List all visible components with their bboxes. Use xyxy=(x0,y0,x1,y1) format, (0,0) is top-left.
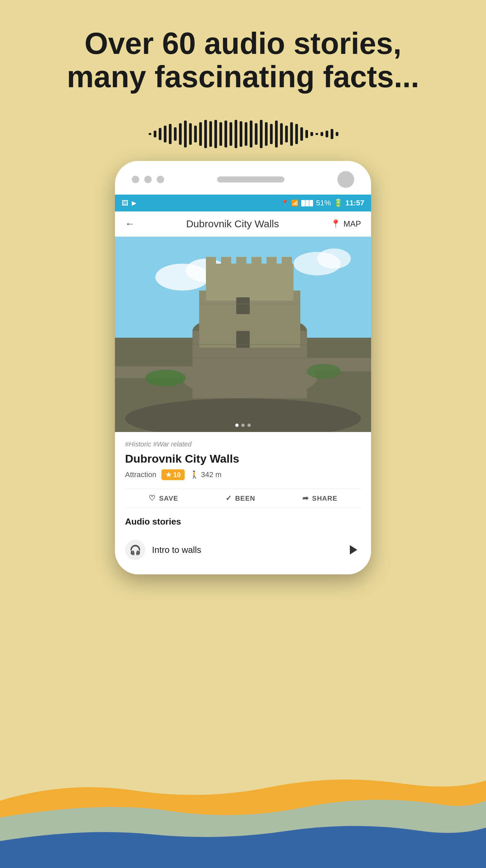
save-button[interactable]: ♡ SAVE xyxy=(149,494,178,503)
phone-mockup: 🖼 ▶ 📍 📶 ▉▉▉ 51% 🔋 11:57 ← Dubrovnik City… xyxy=(0,161,486,575)
svg-rect-61 xyxy=(115,354,193,366)
waveform-svg xyxy=(145,117,341,151)
svg-rect-15 xyxy=(225,121,227,148)
share-label: SHARE xyxy=(312,495,337,502)
headphone-icon: 🎧 xyxy=(125,540,145,560)
svg-rect-11 xyxy=(204,120,207,148)
phone-speaker xyxy=(217,177,284,183)
indicator-dot-2 xyxy=(241,424,245,427)
svg-rect-55 xyxy=(251,257,261,270)
wifi-icon: 📶 xyxy=(291,199,298,207)
svg-rect-8 xyxy=(189,123,192,145)
svg-rect-53 xyxy=(221,257,231,270)
check-icon: ✓ xyxy=(226,494,232,503)
svg-rect-24 xyxy=(270,124,273,144)
svg-rect-37 xyxy=(336,132,338,136)
svg-rect-51 xyxy=(206,264,293,301)
been-button[interactable]: ✓ BEEN xyxy=(226,494,255,503)
svg-rect-16 xyxy=(230,122,232,146)
phone-dots xyxy=(132,176,164,183)
battery-percent: 51% xyxy=(316,199,331,208)
battery-icon: 🔋 xyxy=(334,199,343,208)
svg-rect-13 xyxy=(215,120,217,148)
attraction-meta: Attraction ★ 10 🚶 342 m xyxy=(125,469,361,480)
svg-rect-21 xyxy=(255,123,257,145)
signal-icon: ▉▉▉ xyxy=(301,200,313,207)
svg-rect-30 xyxy=(300,127,303,141)
action-buttons-row: ♡ SAVE ✓ BEEN ➦ SHARE xyxy=(125,489,361,508)
location-icon: 📍 xyxy=(281,199,288,207)
phone-frame: 🖼 ▶ 📍 📶 ▉▉▉ 51% 🔋 11:57 ← Dubrovnik City… xyxy=(115,161,371,575)
status-left-icons: 🖼 ▶ xyxy=(122,199,137,207)
svg-rect-6 xyxy=(179,123,182,145)
attraction-title: Dubrovnik City Walls xyxy=(125,452,361,465)
play-icon: ▶ xyxy=(132,199,137,207)
map-pin-icon: 📍 xyxy=(331,219,341,228)
svg-rect-29 xyxy=(295,124,298,144)
svg-rect-7 xyxy=(184,121,187,148)
svg-rect-19 xyxy=(245,122,247,146)
share-button[interactable]: ➦ SHARE xyxy=(302,494,337,503)
svg-rect-28 xyxy=(290,122,293,146)
back-button[interactable]: ← xyxy=(125,218,135,229)
phone-camera xyxy=(337,171,354,188)
svg-rect-59 xyxy=(236,331,250,348)
audio-section-title: Audio stories xyxy=(125,517,361,527)
image-icon: 🖼 xyxy=(122,199,128,207)
indicator-dot-3 xyxy=(247,424,251,427)
svg-rect-20 xyxy=(250,121,252,148)
svg-rect-56 xyxy=(266,257,277,270)
svg-rect-25 xyxy=(275,121,278,148)
attraction-type: Attraction xyxy=(125,470,156,479)
nav-title: Dubrovnik City Walls xyxy=(186,218,279,229)
audio-item-left: 🎧 Intro to walls xyxy=(125,540,201,560)
svg-rect-17 xyxy=(235,120,237,148)
status-bar: 🖼 ▶ 📍 📶 ▉▉▉ 51% 🔋 11:57 xyxy=(115,195,371,212)
distance-info: 🚶 342 m xyxy=(190,470,222,479)
attraction-image[interactable] xyxy=(115,237,371,432)
audio-item[interactable]: 🎧 Intro to walls xyxy=(125,534,361,566)
rating-value: 10 xyxy=(173,471,181,479)
sensor-dot-2 xyxy=(144,176,152,183)
svg-point-64 xyxy=(307,364,341,379)
play-triangle-icon xyxy=(350,545,357,555)
svg-rect-22 xyxy=(260,120,262,148)
header-section: Over 60 audio stories, many fascinating … xyxy=(0,0,486,107)
been-label: BEEN xyxy=(235,495,255,502)
svg-rect-23 xyxy=(265,122,267,146)
svg-rect-35 xyxy=(325,131,328,137)
svg-rect-1 xyxy=(154,131,156,137)
star-icon: ★ xyxy=(166,471,172,479)
map-button[interactable]: 📍 MAP xyxy=(331,219,361,228)
rating-badge: ★ 10 xyxy=(162,469,185,480)
svg-rect-12 xyxy=(209,121,212,147)
svg-rect-10 xyxy=(199,122,202,146)
attraction-tags: #Historic #War related xyxy=(125,440,361,448)
phone-sensors xyxy=(115,161,371,195)
svg-rect-0 xyxy=(149,133,151,135)
clock: 11:57 xyxy=(345,199,364,208)
svg-rect-57 xyxy=(282,257,292,270)
svg-point-42 xyxy=(317,248,351,269)
indicator-dot-1 xyxy=(235,424,239,427)
svg-point-63 xyxy=(145,370,186,386)
audio-waveform xyxy=(0,114,486,154)
svg-rect-2 xyxy=(159,128,162,140)
svg-rect-4 xyxy=(169,124,172,144)
svg-rect-36 xyxy=(331,129,333,139)
svg-rect-58 xyxy=(236,297,250,314)
audio-item-title: Intro to walls xyxy=(152,545,201,555)
svg-rect-14 xyxy=(220,122,222,146)
navigation-bar: ← Dubrovnik City Walls 📍 MAP xyxy=(115,212,371,237)
map-label: MAP xyxy=(343,219,361,228)
svg-rect-26 xyxy=(280,123,283,145)
header-title: Over 60 audio stories, many fascinating … xyxy=(34,27,452,94)
svg-rect-33 xyxy=(315,133,318,135)
svg-rect-9 xyxy=(194,126,197,143)
svg-rect-3 xyxy=(164,126,167,143)
svg-rect-18 xyxy=(240,121,242,147)
sensor-dot-1 xyxy=(132,176,139,183)
walk-icon: 🚶 xyxy=(190,470,199,479)
play-button[interactable] xyxy=(346,542,361,558)
save-label: SAVE xyxy=(159,495,178,502)
